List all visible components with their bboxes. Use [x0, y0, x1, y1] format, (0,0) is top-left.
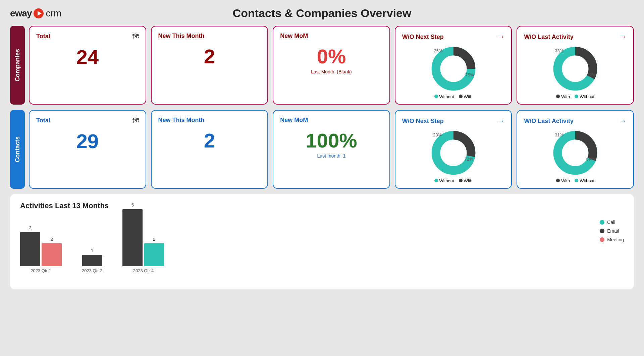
companies-total-card: Total 🗺 24: [29, 26, 146, 105]
companies-mom-subtitle: Last Month: (Blank): [280, 69, 383, 74]
companies-last-activity-title: W/O Last Activity: [524, 34, 573, 41]
companies-mom-card: New MoM 0% Last Month: (Blank): [273, 26, 390, 105]
bar-group: 322023 Qtr 1: [20, 232, 62, 273]
companies-total-value: 24: [36, 46, 139, 68]
bar-x-label: 2023 Qtr 2: [82, 268, 102, 273]
companies-total-title: Total: [36, 33, 50, 40]
companies-next-step-card: W/O Next Step → 25% 75%: [395, 26, 512, 105]
svg-text:75%: 75%: [465, 72, 474, 77]
activities-section: Activities Last 13 Months 322023 Qtr 112…: [10, 194, 634, 289]
bar-x-label: 2023 Qtr 1: [31, 268, 51, 273]
companies-last-activity-header: W/O Last Activity →: [524, 33, 627, 41]
contacts-mom-subtitle: Last month: 1: [280, 153, 383, 159]
companies-last-activity-legend: With Without: [556, 94, 594, 99]
contacts-next-step-donut: 28% 72% Without With: [402, 128, 505, 183]
bar-group-bars: 32: [20, 232, 62, 266]
contacts-row: Contacts Total 🗺 29 New This Month 2 New…: [10, 110, 634, 189]
svg-text:31%: 31%: [555, 132, 564, 137]
contacts-last-activity-legend: With Without: [556, 178, 594, 183]
contacts-next-step-legend: Without With: [434, 178, 473, 183]
contacts-total-icon: 🗺: [132, 117, 139, 124]
meeting-color: [600, 237, 604, 242]
svg-text:67%: 67%: [587, 72, 596, 77]
bar-group-bars: 1: [82, 255, 102, 266]
companies-mom-value: 0%: [280, 46, 383, 68]
companies-next-step-legend: Without With: [434, 94, 473, 99]
companies-cards: Total 🗺 24 New This Month 2 New MoM 0% L…: [29, 26, 634, 105]
svg-text:25%: 25%: [434, 48, 442, 53]
contacts-next-step-arrow[interactable]: →: [497, 117, 504, 125]
companies-new-month-title: New This Month: [158, 33, 205, 40]
bar-top-label: 5: [122, 202, 143, 207]
contacts-next-step-header: W/O Next Step →: [402, 117, 505, 125]
logo-crm-text: crm: [46, 8, 62, 19]
companies-last-activity-card: W/O Last Activity → 33% 67% With Without: [517, 26, 634, 105]
meeting-label: Meeting: [607, 237, 624, 242]
call-label: Call: [607, 220, 615, 225]
companies-last-activity-arrow[interactable]: →: [619, 33, 627, 41]
email-label: Email: [607, 228, 619, 234]
companies-next-step-title: W/O Next Step: [402, 34, 444, 41]
companies-next-step-donut: 25% 75% Without With: [402, 44, 505, 99]
legend-without: Without: [434, 94, 454, 99]
contacts-total-value: 29: [36, 130, 139, 153]
contacts-last-activity-header: W/O Last Activity →: [524, 117, 627, 125]
bar-group-bars: 52: [122, 209, 164, 266]
legend-with: With: [459, 178, 473, 183]
contacts-total-card: Total 🗺 29: [29, 110, 146, 189]
contacts-new-month-title: New This Month: [158, 117, 205, 124]
logo: eway crm: [10, 8, 61, 19]
companies-last-activity-donut-chart: 33% 67%: [552, 45, 599, 92]
legend-with: With: [556, 94, 570, 99]
bar-top-label: 3: [20, 225, 40, 230]
svg-text:72%: 72%: [464, 157, 473, 162]
legend-meeting: Meeting: [600, 237, 624, 242]
companies-mom-title: New MoM: [280, 33, 308, 40]
companies-next-step-arrow[interactable]: →: [497, 33, 504, 41]
bar-x-label: 2023 Qtr 4: [133, 268, 154, 273]
companies-last-activity-donut: 33% 67% With Without: [524, 44, 627, 99]
email-bar: 5: [122, 209, 143, 266]
contacts-label: Contacts: [10, 110, 25, 189]
legend-without: Without: [434, 178, 454, 183]
email-bar: 3: [20, 232, 40, 266]
companies-row: Companies Total 🗺 24 New This Month 2 Ne…: [10, 26, 634, 105]
contacts-next-step-title: W/O Next Step: [402, 118, 444, 125]
contacts-last-activity-arrow[interactable]: →: [619, 117, 627, 125]
logo-icon: [33, 8, 44, 19]
contacts-next-step-donut-chart: 28% 72%: [430, 129, 477, 176]
call-bar: 2: [144, 243, 164, 266]
activities-legend: Call Email Meeting: [600, 220, 624, 242]
contacts-cards: Total 🗺 29 New This Month 2 New MoM 100%…: [29, 110, 634, 189]
email-color: [600, 229, 604, 233]
call-color: [600, 220, 604, 225]
contacts-total-header: Total 🗺: [36, 117, 139, 124]
page-header: eway crm Contacts & Companies Overview: [10, 7, 634, 20]
companies-total-icon: 🗺: [132, 33, 139, 40]
bar-group: 522023 Qtr 4: [122, 209, 164, 273]
contacts-new-month-card: New This Month 2: [151, 110, 268, 189]
companies-new-month-card: New This Month 2: [151, 26, 268, 105]
companies-next-step-donut-chart: 25% 75%: [430, 45, 477, 92]
contacts-next-step-card: W/O Next Step → 28% 72% Without With: [395, 110, 512, 189]
contacts-last-activity-card: W/O Last Activity → 31% 69% With Without: [517, 110, 634, 189]
legend-without: Without: [575, 94, 594, 99]
svg-text:33%: 33%: [555, 48, 564, 53]
companies-total-header: Total 🗺: [36, 33, 139, 40]
contacts-last-activity-donut-chart: 31% 69%: [552, 129, 599, 176]
logo-eway-text: eway: [10, 8, 32, 19]
legend-with: With: [556, 178, 570, 183]
bar-top-label: 2: [144, 237, 164, 242]
activities-chart: 322023 Qtr 112023 Qtr 2522023 Qtr 4: [20, 216, 586, 283]
bar-top-label: 2: [42, 237, 62, 242]
companies-mom-header: New MoM: [280, 33, 383, 40]
companies-next-step-header: W/O Next Step →: [402, 33, 505, 41]
bar-group: 12023 Qtr 2: [82, 255, 102, 273]
contacts-total-title: Total: [36, 117, 50, 124]
contacts-mom-value: 100%: [280, 130, 383, 152]
page-title: Contacts & Companies Overview: [233, 7, 412, 20]
email-bar: 1: [82, 255, 102, 266]
companies-label: Companies: [10, 26, 25, 105]
activities-chart-with-legend: 322023 Qtr 112023 Qtr 2522023 Qtr 4 Call…: [20, 216, 624, 283]
activities-title: Activities Last 13 Months: [20, 201, 624, 210]
